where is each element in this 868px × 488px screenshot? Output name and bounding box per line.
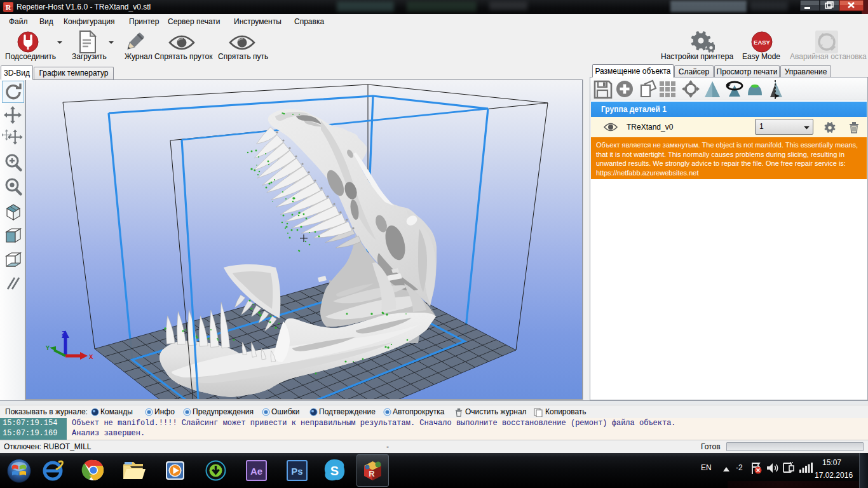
svg-text:Ae: Ae [250, 466, 262, 477]
svg-text:Ps: Ps [291, 466, 302, 477]
svg-text:Y: Y [46, 345, 50, 352]
svg-text:Z: Z [62, 330, 66, 337]
svg-text:X: X [89, 353, 93, 361]
svg-text:S: S [330, 464, 339, 478]
svg-text:R: R [369, 469, 375, 478]
svg-text:EASY: EASY [754, 39, 771, 46]
svg-text:R: R [6, 3, 11, 12]
